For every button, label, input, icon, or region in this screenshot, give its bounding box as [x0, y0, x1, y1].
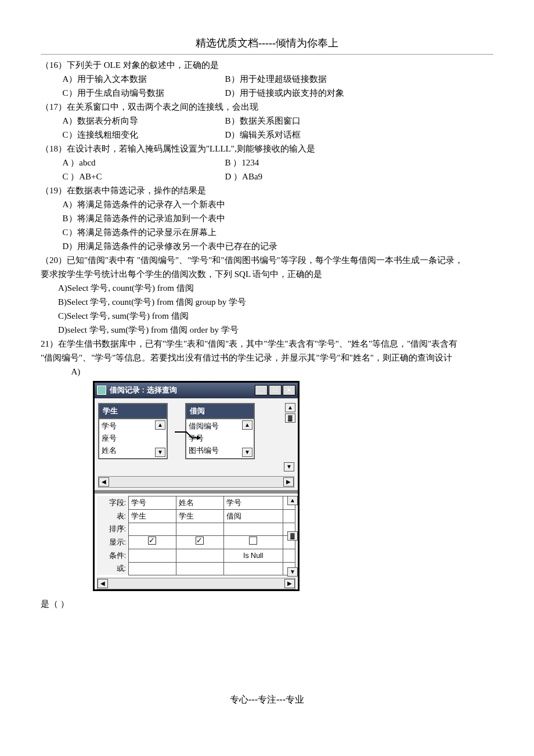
field-name[interactable]: 姓名	[102, 445, 154, 457]
cell-show-2[interactable]	[176, 535, 223, 549]
scroll-down-icon[interactable]: ▼	[242, 448, 252, 457]
q20-opt-b: B)Select 学号, count(学号) from 借阅 group by …	[41, 295, 493, 309]
grid-h-scrollbar[interactable]: ◀ ▶	[97, 578, 295, 589]
row-label-table: 表:	[97, 509, 129, 523]
row-label-criteria: 条件:	[97, 549, 129, 562]
q19-opt-d: D）用满足筛选条件的记录修改另一个表中已存在的记录	[41, 239, 493, 253]
q21-stem1: 21）在学生借书数据库中，已有"学生"表和"借阅"表，其中"学生"表含有"学号"…	[41, 337, 493, 351]
table-borrow-header: 借阅	[185, 403, 255, 419]
field-seat-no[interactable]: 座号	[102, 433, 154, 445]
table-student-header: 学生	[98, 403, 168, 419]
q18-opt-d: D ）ABa9	[225, 170, 263, 183]
q17-opt-b: B）数据关系图窗口	[225, 114, 301, 128]
row-label-or: 或:	[97, 562, 129, 575]
q18-opt-c: C ）AB+C	[63, 170, 225, 183]
cell-field-2[interactable]: 姓名	[176, 496, 223, 509]
cell-sort-3[interactable]	[223, 523, 283, 535]
h-scrollbar[interactable]: ◀ ▶	[98, 476, 294, 488]
q17-opt-d: D）编辑关系对话框	[225, 128, 301, 142]
q18-opt-b: B ）1234	[225, 156, 259, 170]
q16-opt-d: D）用于链接或内嵌支持的对象	[225, 86, 345, 100]
q20-opt-d: D)select 学号, sum(学号) from 借阅 order by 学号	[41, 323, 493, 337]
q19-opt-c: C）将满足筛选条件的记录显示在屏幕上	[41, 225, 493, 239]
scroll-up-icon[interactable]: ▲	[287, 496, 298, 505]
scroll-right-icon[interactable]: ▶	[283, 477, 294, 487]
q17-opt-a: A）数据表分析向导	[63, 114, 225, 128]
cell-sort-2[interactable]	[176, 523, 223, 535]
minimize-button[interactable]: _	[255, 385, 268, 395]
cell-field-1[interactable]: 学号	[129, 496, 176, 509]
field-student-id[interactable]: 学号	[102, 420, 154, 433]
q17-stem: （17）在关系窗口中，双击两个表之间的连接线，会出现	[41, 100, 493, 114]
q20-stem2: 要求按学生学号统计出每个学生的借阅次数，下列 SQL 语句中，正确的是	[41, 267, 493, 281]
q20-opt-a: A)Select 学号, count(学号) from 借阅	[41, 281, 493, 295]
cell-criteria-1[interactable]	[129, 549, 176, 562]
scroll-up-icon[interactable]: ▲	[155, 420, 165, 430]
q16-opt-b: B）用于处理超级链接数据	[225, 72, 327, 86]
field-book-id[interactable]: 图书编号	[189, 445, 241, 457]
qbe-grid[interactable]: 字段: 学号 姓名 学号 表: 学生 学生 借阅 排序:	[97, 496, 295, 575]
window-title: 借阅记录 : 选择查询	[110, 384, 177, 397]
scroll-down-icon[interactable]: ▼	[284, 462, 294, 471]
checkbox-icon[interactable]	[148, 537, 156, 545]
page-header: 精选优质文档-----倾情为你奉上	[41, 35, 493, 52]
checkbox-icon[interactable]	[196, 537, 204, 545]
cell-show-1[interactable]	[129, 535, 176, 549]
scroll-down-icon[interactable]: ▼	[287, 567, 298, 577]
table-student[interactable]: 学生 学号 座号 姓名 ▲ ▼	[98, 403, 168, 459]
q16-opt-a: A）用于输入文本数据	[63, 72, 225, 86]
cell-field-3[interactable]: 学号	[223, 496, 283, 509]
scroll-up-icon[interactable]: ▲	[242, 420, 252, 430]
cell-or-3[interactable]	[223, 562, 283, 575]
cell-criteria-2[interactable]	[176, 549, 223, 562]
header-rule	[41, 54, 493, 55]
row-label-sort: 排序:	[97, 523, 129, 535]
q19-stem: （19）在数据表中筛选记录，操作的结果是	[41, 183, 493, 197]
scroll-track[interactable]: ▓	[287, 531, 298, 541]
q18-opt-a: A ）abcd	[63, 156, 225, 170]
q16-stem: （16）下列关于 OLE 对象的叙述中，正确的是	[41, 58, 493, 72]
row-label-show: 显示:	[97, 535, 129, 549]
q20-opt-c: C)Select 学号, sum(学号) from 借阅	[41, 309, 493, 323]
window-titlebar[interactable]: 借阅记录 : 选择查询 _ □ ×	[95, 383, 298, 398]
page-footer: 专心---专注---专业	[41, 692, 493, 707]
scroll-left-icon[interactable]: ◀	[99, 477, 109, 487]
q19-opt-b: B）将满足筛选条件的记录追加到一个表中	[41, 211, 493, 225]
relation-arrow[interactable]	[175, 431, 205, 442]
q19-opt-a: A）将满足筛选条件的记录存入一个新表中	[41, 197, 493, 211]
checkbox-icon[interactable]	[249, 537, 257, 545]
scroll-left-icon[interactable]: ◀	[98, 579, 108, 588]
q21-trail: 是（ ）	[41, 597, 493, 611]
cell-or-1[interactable]	[129, 562, 176, 575]
cell-table-2[interactable]: 学生	[176, 509, 223, 523]
scroll-right-icon[interactable]: ▶	[284, 579, 295, 588]
query-design-window: 借阅记录 : 选择查询 _ □ × ▲ ▓ 学生	[93, 381, 300, 591]
q21-stem2: "借阅编号"、"学号"等信息。若要找出没有借过书的学生记录，并显示其"学号"和"…	[41, 351, 493, 365]
scroll-down-icon[interactable]: ▼	[155, 448, 165, 457]
cell-criteria-3[interactable]: Is Null	[223, 549, 283, 562]
q20-stem1: （20）已知"借阅"表中有 "借阅编号"、"学号"和"借阅图书编号"等字段，每个…	[41, 253, 493, 267]
cell-sort-1[interactable]	[129, 523, 176, 535]
row-label-field: 字段:	[97, 496, 129, 509]
q16-opt-c: C）用于生成自动编号数据	[63, 86, 225, 100]
cell-table-1[interactable]: 学生	[129, 509, 176, 523]
q17-opt-c: C）连接线粗细变化	[63, 128, 225, 142]
cell-show-3[interactable]	[223, 535, 283, 549]
maximize-button[interactable]: □	[269, 385, 282, 395]
close-button[interactable]: ×	[283, 385, 295, 395]
cell-or-2[interactable]	[176, 562, 223, 575]
q18-stem: （18）在设计表时，若输入掩码属性设置为"LLLL",则能够接收的输入是	[41, 142, 493, 156]
cell-table-3[interactable]: 借阅	[223, 509, 283, 523]
window-icon	[97, 386, 106, 395]
q21-opt-a: A)	[41, 365, 493, 379]
